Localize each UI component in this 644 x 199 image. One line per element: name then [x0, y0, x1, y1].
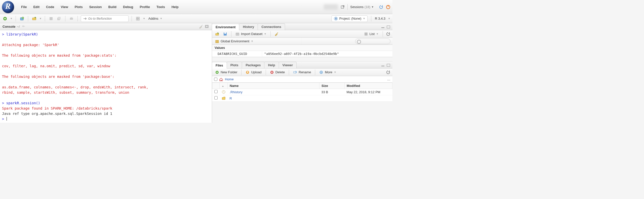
file-modified: May 22, 2018, 9:12 PM: [345, 89, 392, 95]
console-output[interactable]: > library(SparkR)Attaching package: 'Spa…: [0, 30, 212, 123]
console-line: rbind, sample, startsWith, subset, summa…: [2, 90, 129, 94]
env-search-input[interactable]: [361, 39, 388, 43]
home-icon[interactable]: [219, 77, 223, 82]
col-size[interactable]: Size: [319, 83, 345, 89]
import-dataset-button[interactable]: Import Dataset ▼: [234, 31, 267, 37]
tab-packages[interactable]: Packages: [242, 62, 264, 68]
menu-help[interactable]: Help: [169, 4, 181, 10]
list-view-button[interactable]: List ▼: [363, 31, 380, 37]
environment-scope-button[interactable]: Global Environment ▼: [214, 39, 254, 44]
load-workspace-button[interactable]: [214, 31, 220, 37]
menu-code[interactable]: Code: [44, 4, 57, 10]
tab-connections[interactable]: Connections: [258, 23, 285, 30]
rename-label: Rename: [299, 70, 311, 74]
new-folder-button[interactable]: New Folder: [214, 70, 238, 75]
popout-icon[interactable]: [340, 5, 345, 9]
tab-files[interactable]: Files: [212, 62, 227, 69]
new-file-button[interactable]: [2, 16, 8, 22]
chevron-down-icon: ▼: [371, 6, 374, 8]
row-checkbox[interactable]: [214, 90, 218, 93]
minimize-icon[interactable]: [381, 63, 385, 67]
minimize-icon[interactable]: [381, 25, 385, 29]
goto-input[interactable]: [88, 17, 126, 20]
chevron-down-icon[interactable]: ▼: [39, 17, 42, 20]
maximize-icon[interactable]: [386, 25, 390, 29]
console-line: sparkR.session(): [6, 101, 40, 105]
svg-rect-6: [50, 17, 53, 20]
svg-text:R: R: [335, 17, 337, 20]
console-path: ~/: [17, 25, 20, 28]
menu-debug[interactable]: Debug: [120, 4, 136, 10]
popout-icon[interactable]: [21, 25, 25, 29]
menu-file[interactable]: File: [19, 4, 29, 10]
tab-plots[interactable]: Plots: [227, 62, 242, 68]
table-row[interactable]: .Rhistory33 BMay 22, 2018, 9:12 PM: [212, 89, 392, 95]
clear-workspace-button[interactable]: [274, 31, 280, 37]
env-row[interactable]: DATABRICKS_GUID "a856ee92-a897-4f2b-a19a…: [212, 51, 392, 57]
r-project-icon: R: [334, 17, 338, 21]
more-button[interactable]: More ▼: [318, 70, 337, 75]
menu-tools[interactable]: Tools: [154, 4, 168, 10]
console-line: The following objects are masked from 'p…: [2, 75, 114, 79]
sessions-button[interactable]: Sessions (18) ▼: [347, 4, 376, 10]
refresh-session-icon[interactable]: [379, 5, 383, 9]
refresh-icon[interactable]: [386, 70, 390, 75]
select-all-checkbox[interactable]: [214, 78, 217, 81]
upload-button[interactable]: Upload: [245, 70, 262, 75]
menu-profile[interactable]: Profile: [137, 4, 152, 10]
print-button[interactable]: [68, 16, 74, 22]
path-more-button[interactable]: …: [387, 77, 390, 81]
env-search[interactable]: [355, 39, 390, 44]
save-workspace-button[interactable]: [222, 31, 228, 37]
maximize-icon[interactable]: [386, 63, 390, 67]
broom-icon[interactable]: [199, 24, 203, 29]
addins-button[interactable]: Addins ▼: [147, 16, 164, 21]
save-button[interactable]: [48, 16, 54, 22]
grid-view-button[interactable]: [135, 16, 141, 22]
file-modified: [345, 95, 392, 102]
sort-arrow-icon[interactable]: ▲: [222, 85, 224, 87]
menu-build[interactable]: Build: [106, 4, 119, 10]
rename-button[interactable]: Rename: [292, 70, 312, 75]
menu-view[interactable]: View: [58, 4, 70, 10]
open-file-button[interactable]: [31, 16, 37, 22]
menu-session[interactable]: Session: [87, 4, 104, 10]
file-name[interactable]: R: [230, 96, 232, 100]
more-label: More: [325, 70, 332, 74]
maximize-icon[interactable]: [205, 24, 209, 29]
rename-icon: [293, 70, 297, 74]
console-line: Spark package found in SPARK_HOME: /data…: [2, 106, 112, 110]
tab-environment[interactable]: Environment: [212, 24, 239, 30]
upload-icon: [246, 70, 250, 74]
folder-icon: [222, 96, 226, 100]
tab-history[interactable]: History: [239, 23, 258, 30]
breadcrumb-home[interactable]: Home: [225, 77, 234, 81]
col-modified[interactable]: Modified: [345, 83, 392, 89]
menu-plots[interactable]: Plots: [72, 4, 85, 10]
gear-icon: [319, 70, 323, 74]
chevron-down-icon[interactable]: ▼: [388, 17, 390, 20]
col-name[interactable]: Name: [228, 83, 319, 89]
new-folder-label: New Folder: [221, 70, 237, 74]
table-row[interactable]: R: [212, 95, 392, 102]
power-icon[interactable]: [386, 5, 390, 9]
refresh-icon[interactable]: [386, 32, 390, 36]
svg-rect-11: [136, 17, 138, 18]
chevron-down-icon: ▼: [251, 40, 253, 43]
project-button[interactable]: R Project: (None) ▼: [332, 15, 368, 22]
console-tab[interactable]: Console: [3, 25, 15, 28]
goto-file-function[interactable]: [81, 15, 129, 22]
tab-help[interactable]: Help: [264, 62, 279, 68]
delete-button[interactable]: Delete: [269, 70, 286, 75]
save-all-button[interactable]: [56, 16, 62, 22]
menu-edit[interactable]: Edit: [31, 4, 42, 10]
row-checkbox[interactable]: [214, 96, 218, 100]
chevron-down-icon[interactable]: ▼: [10, 17, 13, 20]
chevron-down-icon[interactable]: ▼: [143, 17, 145, 20]
r-version[interactable]: R 3.4.3: [375, 17, 385, 20]
import-icon: [235, 32, 239, 36]
new-project-button[interactable]: [19, 16, 25, 22]
tab-viewer[interactable]: Viewer: [279, 62, 297, 68]
svg-point-39: [321, 72, 322, 73]
file-name[interactable]: .Rhistory: [230, 90, 243, 94]
